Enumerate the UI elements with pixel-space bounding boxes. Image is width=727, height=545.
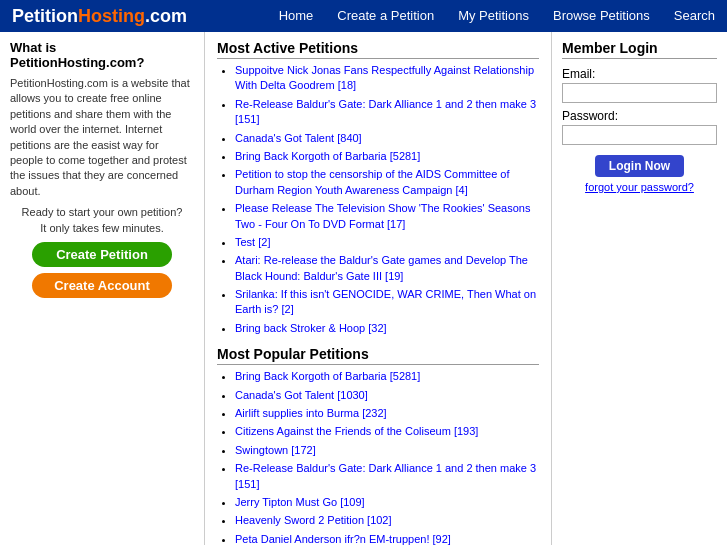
main-layout: What is PetitionHosting.com? PetitionHos… — [0, 32, 727, 545]
petition-link[interactable]: Bring back Stroker & Hoop — [235, 322, 365, 334]
right-column: Member Login Email: Password: Login Now … — [552, 32, 727, 545]
list-item: Atari: Re-release the Baldur's Gate game… — [235, 253, 539, 284]
list-item: Bring Back Korgoth of Barbaria [5281] — [235, 149, 539, 164]
list-item: Bring back Stroker & Hoop [32] — [235, 321, 539, 336]
list-item: Canada's Got Talent [1030] — [235, 388, 539, 403]
nav-browse-petitions[interactable]: Browse Petitions — [541, 0, 662, 32]
list-item: Srilanka: If this isn't GENOCIDE, WAR CR… — [235, 287, 539, 318]
petition-link[interactable]: Re-Release Baldur's Gate: Dark Alliance … — [235, 98, 536, 110]
list-item: Re-Release Baldur's Gate: Dark Alliance … — [235, 97, 539, 128]
list-item: Canada's Got Talent [840] — [235, 131, 539, 146]
most-popular-list: Bring Back Korgoth of Barbaria [5281] Ca… — [217, 369, 539, 545]
center-column: Most Active Petitions Suppoitve Nick Jon… — [205, 32, 552, 545]
list-item: Jerry Tipton Must Go [109] — [235, 495, 539, 510]
left-column: What is PetitionHosting.com? PetitionHos… — [0, 32, 205, 545]
petition-link[interactable]: Atari: Re-release the Baldur's Gate game… — [235, 254, 528, 281]
most-active-title: Most Active Petitions — [217, 40, 539, 59]
list-item: Citizens Against the Friends of the Coli… — [235, 424, 539, 439]
logo: PetitionHosting.com — [0, 6, 199, 27]
nav-my-petitions[interactable]: My Petitions — [446, 0, 541, 32]
petition-link[interactable]: Please Release The Television Show 'The … — [235, 202, 530, 229]
left-description1: PetitionHosting.com is a website that al… — [10, 76, 194, 199]
petition-link[interactable]: Bring Back Korgoth of Barbaria — [235, 150, 387, 162]
create-petition-button[interactable]: Create Petition — [32, 242, 172, 267]
header: PetitionHosting.com Home Create a Petiti… — [0, 0, 727, 32]
petition-link[interactable]: Re-Release Baldur's Gate: Dark Alliance … — [235, 462, 536, 474]
petition-link[interactable]: Petition to stop the censorship of the A… — [235, 168, 510, 195]
petition-link[interactable]: Test — [235, 236, 255, 248]
list-item: Heavenly Sword 2 Petition [102] — [235, 513, 539, 528]
email-input[interactable] — [562, 83, 717, 103]
petition-link[interactable]: Heavenly Sword 2 Petition — [235, 514, 364, 526]
list-item: Test [2] — [235, 235, 539, 250]
password-label: Password: — [562, 109, 717, 123]
list-item: Airlift supplies into Burma [232] — [235, 406, 539, 421]
nav-search[interactable]: Search — [662, 0, 727, 32]
password-input[interactable] — [562, 125, 717, 145]
list-item: Suppoitve Nick Jonas Fans Respectfully A… — [235, 63, 539, 94]
email-label: Email: — [562, 67, 717, 81]
list-item: Re-Release Baldur's Gate: Dark Alliance … — [235, 461, 539, 492]
member-login-title: Member Login — [562, 40, 717, 59]
petition-link[interactable]: Canada's Got Talent — [235, 132, 334, 144]
nav: Home Create a Petition My Petitions Brow… — [199, 0, 727, 32]
list-item: Peta Daniel Anderson ifr?n EM-truppen! [… — [235, 532, 539, 545]
nav-create-petition[interactable]: Create a Petition — [325, 0, 446, 32]
petition-link[interactable]: Citizens Against the Friends of the Coli… — [235, 425, 451, 437]
most-active-list: Suppoitve Nick Jonas Fans Respectfully A… — [217, 63, 539, 336]
petition-link[interactable]: Peta Daniel Anderson ifr?n EM-truppen! — [235, 533, 429, 545]
login-button[interactable]: Login Now — [595, 155, 684, 177]
most-popular-title: Most Popular Petitions — [217, 346, 539, 365]
logo-petition: Petition — [12, 6, 78, 26]
left-title: What is PetitionHosting.com? — [10, 40, 194, 70]
forgot-password-link[interactable]: forgot your password? — [562, 181, 717, 193]
list-item: Bring Back Korgoth of Barbaria [5281] — [235, 369, 539, 384]
create-account-button[interactable]: Create Account — [32, 273, 172, 298]
petition-link[interactable]: Suppoitve Nick Jonas Fans Respectfully A… — [235, 64, 534, 91]
logo-hosting: Hosting — [78, 6, 145, 26]
petition-link[interactable]: Bring Back Korgoth of Barbaria — [235, 370, 387, 382]
petition-link[interactable]: Canada's Got Talent — [235, 389, 334, 401]
petition-link[interactable]: Swingtown — [235, 444, 288, 456]
logo-com: .com — [145, 6, 187, 26]
left-description2: Ready to start your own petition?It only… — [10, 205, 194, 236]
list-item: Petition to stop the censorship of the A… — [235, 167, 539, 198]
list-item: Please Release The Television Show 'The … — [235, 201, 539, 232]
nav-home[interactable]: Home — [267, 0, 326, 32]
petition-link[interactable]: Jerry Tipton Must Go — [235, 496, 337, 508]
list-item: Swingtown [172] — [235, 443, 539, 458]
petition-link[interactable]: Airlift supplies into Burma — [235, 407, 359, 419]
